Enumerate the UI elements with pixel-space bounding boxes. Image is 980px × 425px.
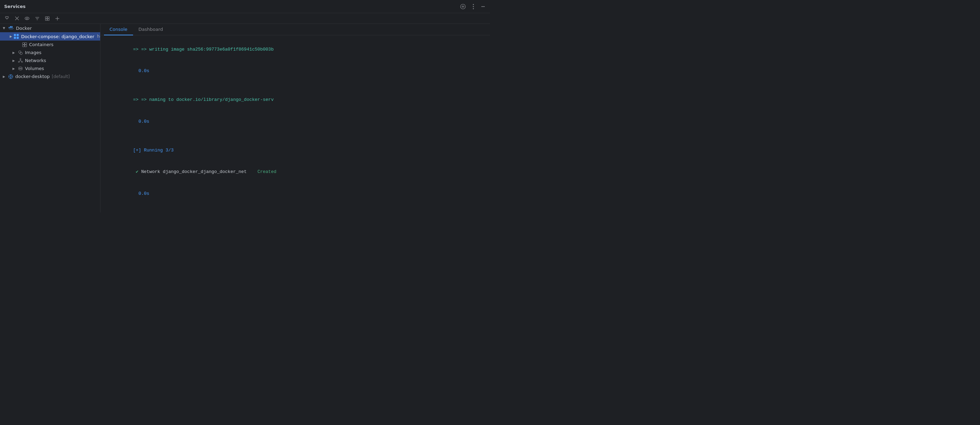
svg-rect-17 bbox=[45, 19, 47, 21]
console-text: [+] Running 3/3 bbox=[133, 148, 173, 153]
title-bar-right bbox=[460, 3, 486, 10]
console-text: 0.0s bbox=[133, 68, 150, 73]
title-bar-left: Services bbox=[4, 4, 25, 9]
toolbar bbox=[0, 13, 490, 24]
sidebar-item-docker[interactable]: ▼ Docker bbox=[0, 24, 100, 32]
svg-rect-18 bbox=[48, 19, 49, 21]
svg-rect-21 bbox=[9, 27, 10, 28]
svg-point-11 bbox=[26, 18, 28, 19]
console-status: Created bbox=[247, 169, 277, 174]
svg-point-5 bbox=[473, 8, 474, 9]
more-options-button[interactable] bbox=[472, 3, 475, 10]
chevron-right-icon: ▶ bbox=[13, 59, 17, 62]
console-text: => => naming to docker.io/library/django… bbox=[133, 97, 274, 102]
docker-label: Docker bbox=[16, 25, 32, 31]
title-bar: Services bbox=[0, 0, 490, 13]
docker-desktop-label: docker-desktop bbox=[15, 74, 49, 79]
svg-rect-33 bbox=[25, 45, 27, 47]
svg-rect-22 bbox=[10, 27, 11, 28]
svg-point-3 bbox=[473, 4, 474, 5]
filter-button[interactable] bbox=[34, 15, 41, 22]
svg-rect-23 bbox=[11, 27, 13, 28]
compose-label: Docker-compose: django_docker bbox=[21, 34, 94, 39]
sidebar-item-docker-compose[interactable]: ▶ Docker-compose: django_docker healthy bbox=[0, 32, 100, 41]
sidebar-item-images[interactable]: ▶ Images bbox=[0, 49, 100, 57]
close-button[interactable] bbox=[14, 15, 20, 21]
chevron-right-icon: ▶ bbox=[10, 35, 12, 38]
svg-rect-36 bbox=[20, 59, 21, 60]
svg-marker-47 bbox=[10, 75, 11, 76]
svg-rect-24 bbox=[10, 26, 11, 27]
docker-icon bbox=[8, 25, 14, 31]
volumes-label: Volumes bbox=[25, 66, 44, 71]
console-line-4: => => naming to docker.io/library/django… bbox=[106, 89, 484, 111]
svg-rect-15 bbox=[45, 17, 47, 18]
svg-line-41 bbox=[21, 60, 22, 61]
expand-all-button[interactable] bbox=[44, 15, 51, 22]
console-text: => => writing image sha256:99773e6a0f1f8… bbox=[133, 47, 274, 52]
right-panel: Console Dashboard => => writing image sh… bbox=[100, 24, 490, 212]
console-text: 0.0s bbox=[133, 119, 150, 124]
console-line-2: 0.0s bbox=[106, 60, 484, 82]
svg-rect-28 bbox=[14, 37, 16, 39]
docker-desktop-badge: [default] bbox=[52, 74, 70, 79]
images-icon bbox=[18, 50, 23, 55]
svg-point-34 bbox=[19, 51, 21, 53]
sidebar-item-networks[interactable]: ▶ Networks bbox=[0, 57, 100, 64]
main-layout: ▼ Docker ▶ bbox=[0, 24, 490, 212]
console-text: Network django_docker_django_docker_net bbox=[141, 169, 247, 174]
networks-icon bbox=[18, 58, 23, 63]
tabs-bar: Console Dashboard bbox=[100, 24, 490, 35]
tab-dashboard[interactable]: Dashboard bbox=[133, 24, 169, 35]
volumes-icon bbox=[18, 66, 23, 71]
images-label: Images bbox=[25, 50, 41, 55]
chevron-right-icon: ▶ bbox=[3, 75, 7, 78]
preview-button[interactable] bbox=[24, 15, 30, 22]
chevron-right-icon: ▶ bbox=[13, 67, 17, 70]
app-container: Services bbox=[0, 0, 490, 212]
svg-point-10 bbox=[25, 17, 29, 20]
console-output[interactable]: => => writing image sha256:99773e6a0f1f8… bbox=[100, 35, 490, 212]
add-connection-button[interactable] bbox=[460, 3, 466, 10]
console-line-3 bbox=[106, 82, 484, 89]
svg-line-40 bbox=[19, 60, 21, 61]
compose-badge: healthy bbox=[97, 34, 100, 39]
containers-label: Containers bbox=[29, 42, 53, 47]
kubernetes-icon bbox=[8, 74, 13, 79]
console-check-icon: ✔ bbox=[133, 169, 141, 174]
compose-icon bbox=[14, 33, 19, 39]
svg-point-45 bbox=[19, 68, 22, 70]
svg-rect-25 bbox=[11, 26, 13, 27]
console-text: 0.0s bbox=[133, 191, 150, 196]
svg-point-42 bbox=[19, 67, 22, 68]
svg-rect-32 bbox=[22, 45, 25, 47]
console-line-8: ✔ Network django_docker_django_docker_ne… bbox=[106, 162, 484, 183]
svg-rect-30 bbox=[22, 43, 25, 45]
svg-rect-16 bbox=[48, 17, 49, 18]
svg-point-4 bbox=[473, 6, 474, 7]
console-line-10 bbox=[106, 205, 484, 212]
app-title: Services bbox=[4, 4, 25, 9]
networks-label: Networks bbox=[25, 58, 46, 63]
containers-icon bbox=[22, 42, 27, 47]
svg-marker-48 bbox=[10, 77, 11, 78]
sidebar-item-docker-desktop[interactable]: ▶ docker-desktop [default] bbox=[0, 72, 100, 80]
tab-console[interactable]: Console bbox=[104, 24, 133, 35]
svg-rect-37 bbox=[18, 61, 19, 62]
new-item-button[interactable] bbox=[54, 15, 60, 22]
svg-rect-31 bbox=[25, 43, 27, 45]
chevron-right-icon: ▶ bbox=[13, 51, 17, 54]
chevron-down-icon: ▼ bbox=[3, 26, 7, 30]
sidebar-item-volumes[interactable]: ▶ Volumes bbox=[0, 64, 100, 72]
console-line-1: => => writing image sha256:99773e6a0f1f8… bbox=[106, 39, 484, 60]
collapse-all-button[interactable] bbox=[3, 15, 10, 22]
svg-rect-27 bbox=[17, 34, 19, 36]
minimize-button[interactable] bbox=[480, 4, 486, 10]
svg-rect-26 bbox=[14, 34, 16, 36]
sidebar: ▼ Docker ▶ bbox=[0, 24, 100, 212]
console-line-11: ✔ Container django_docker-db-1 Healthy bbox=[106, 212, 484, 212]
svg-point-35 bbox=[20, 52, 22, 54]
console-line-6 bbox=[106, 132, 484, 140]
sidebar-item-containers[interactable]: Containers bbox=[0, 41, 100, 49]
console-line-9: 0.0s bbox=[106, 183, 484, 205]
